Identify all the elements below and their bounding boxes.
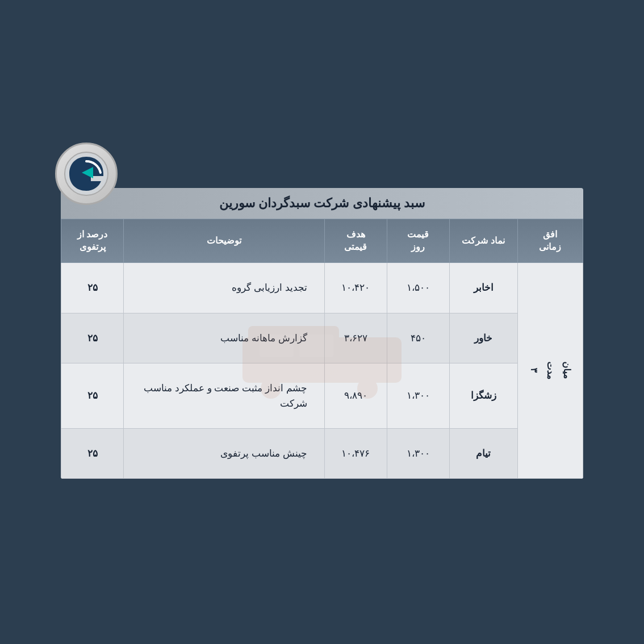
header-horizon: افقزمانی xyxy=(517,219,583,263)
cell-target-price: ۳،۶۲۷ xyxy=(324,313,387,363)
page-title: سبد پیشنهادی شرکت سبدگردان سورین xyxy=(72,196,572,211)
header-day-price: قیمتروز xyxy=(387,219,449,263)
header-target-price: هدفقیمتی xyxy=(324,219,387,263)
data-table: افقزمانی نماد شرکت قیمتروز هدفقیمتی توضی… xyxy=(61,219,583,479)
header-row: افقزمانی نماد شرکت قیمتروز هدفقیمتی توضی… xyxy=(61,219,583,263)
cell-description: چینش مناسب پرتفوی xyxy=(124,429,325,479)
cell-day-price: ۱،۵۰۰ xyxy=(387,263,449,313)
cell-day-price: ۱،۳۰۰ xyxy=(387,363,449,428)
cell-target-price: ۱۰،۴۲۰ xyxy=(324,263,387,313)
table-body: میانمدت۳اخابر۱،۵۰۰۱۰،۴۲۰تجدید ارزیابی گر… xyxy=(61,263,583,479)
cell-description: چشم انداز مثبت صنعت و عملکرد مناسب شرکت xyxy=(124,363,325,428)
page-wrapper: سبد پیشنهادی شرکت سبدگردان سورین بورس اف… xyxy=(38,131,606,513)
cell-description: گزارش ماهانه مناسب xyxy=(124,313,325,363)
cell-description: تجدید ارزیابی گروه xyxy=(124,263,325,313)
cell-target-price: ۱۰،۴۷۶ xyxy=(324,429,387,479)
cell-portfolio-pct: ۲۵ xyxy=(61,429,124,479)
logo-circle xyxy=(55,143,118,205)
cell-target-price: ۹،۸۹۰ xyxy=(324,363,387,428)
cell-symbol: تیام xyxy=(449,429,517,479)
logo-icon xyxy=(64,151,109,196)
cell-symbol: خاور xyxy=(449,313,517,363)
table-row: خاور۴۵۰۳،۶۲۷گزارش ماهانه مناسب۲۵ xyxy=(61,313,583,363)
cell-day-price: ۴۵۰ xyxy=(387,313,449,363)
header-portfolio-pct: درصد ازپرتفوی xyxy=(61,219,124,263)
cell-horizon: میانمدت۳ xyxy=(517,263,583,479)
cell-day-price: ۱،۳۰۰ xyxy=(387,429,449,479)
header-symbol: نماد شرکت xyxy=(449,219,517,263)
cell-portfolio-pct: ۲۵ xyxy=(61,363,124,428)
logo-container xyxy=(55,143,123,211)
table-container: بورس افقزمانی نماد شرکت قیمتروز هدفقیمتی… xyxy=(61,219,583,479)
cell-portfolio-pct: ۲۵ xyxy=(61,313,124,363)
cell-symbol: زشگزا xyxy=(449,363,517,428)
header-description: توضیحات xyxy=(124,219,325,263)
table-header: افقزمانی نماد شرکت قیمتروز هدفقیمتی توضی… xyxy=(61,219,583,263)
table-row: زشگزا۱،۳۰۰۹،۸۹۰چشم انداز مثبت صنعت و عمل… xyxy=(61,363,583,428)
table-row: تیام۱،۳۰۰۱۰،۴۷۶چینش مناسب پرتفوی۲۵ xyxy=(61,429,583,479)
cell-symbol: اخابر xyxy=(449,263,517,313)
table-row: میانمدت۳اخابر۱،۵۰۰۱۰،۴۲۰تجدید ارزیابی گر… xyxy=(61,263,583,313)
title-bar: سبد پیشنهادی شرکت سبدگردان سورین xyxy=(61,188,583,219)
cell-portfolio-pct: ۲۵ xyxy=(61,263,124,313)
